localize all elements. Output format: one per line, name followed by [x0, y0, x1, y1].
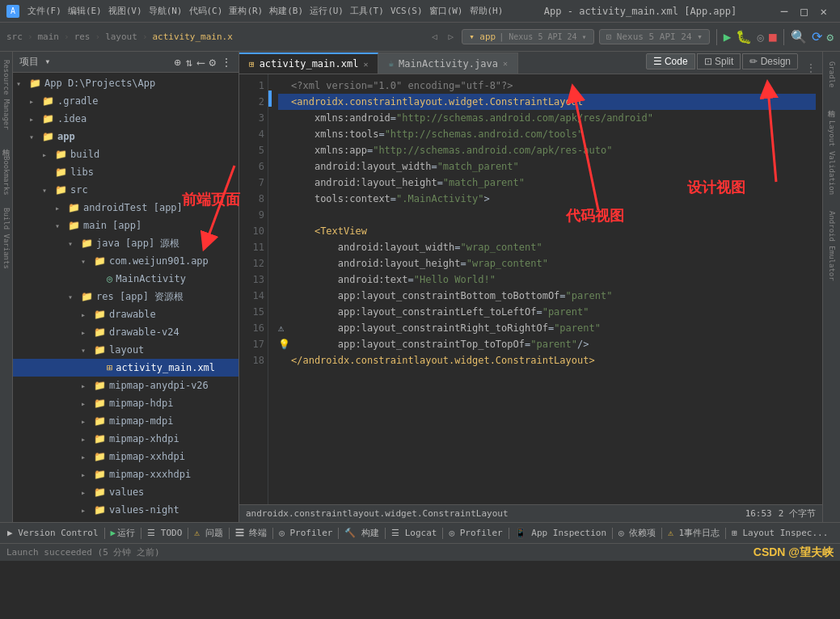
tree-drawable-v24-dir[interactable]: ▸ 📁 drawable-v24: [13, 323, 238, 341]
tree-build-dir[interactable]: ▸ 📁 build: [13, 145, 238, 163]
android-emulator-tab[interactable]: Android Emulator: [827, 204, 837, 288]
split-view-btn[interactable]: ⊡ Split: [697, 53, 741, 69]
code-view-btn[interactable]: ☰ Code: [646, 53, 695, 69]
tree-activity-main-xml[interactable]: ▸ ⊞ activity_main.xml: [13, 359, 238, 377]
run-bottom-btn[interactable]: ▶ 运行: [107, 525, 140, 541]
build-variants-tab[interactable]: Build Variants: [2, 203, 11, 274]
tree-mipmap-xxxhdpi-dir[interactable]: ▸ 📁 mipmap-xxxhdpi: [13, 465, 238, 483]
tab-close-mainactivity[interactable]: ✕: [503, 59, 508, 68]
terminal-btn[interactable]: ☰ 终端: [231, 525, 272, 541]
tree-androidmanifest[interactable]: ▸ 🤖 AndroidManifest.xml: [13, 519, 238, 522]
tree-app-dir[interactable]: ▾ 📁 app: [13, 128, 238, 145]
code-line-15: app:layout_constraintLeft_toLeftOf="pare…: [278, 304, 816, 320]
logcat-btn[interactable]: ☰ Logcat: [387, 526, 441, 540]
right-sidebar: Gradle 结构 Layout Validation Android Emul…: [822, 52, 840, 522]
tree-gradle-dir[interactable]: ▸ 📁 .gradle: [13, 92, 238, 110]
menu-tools[interactable]: 工具(T): [347, 5, 387, 17]
debug-button[interactable]: 🐛: [736, 29, 752, 44]
app-inspection-btn[interactable]: 📱 App Inspection: [511, 526, 610, 540]
settings-button[interactable]: ⚙: [827, 31, 834, 44]
menu-navigate[interactable]: 导航(N): [146, 5, 186, 17]
menu-file[interactable]: 文件(F): [24, 5, 65, 17]
panel-sync-btn[interactable]: ⇅: [186, 56, 192, 69]
minimize-button[interactable]: ─: [775, 5, 794, 18]
tree-mipmap-anydpi-dir[interactable]: ▸ 📁 mipmap-anydpi-v26: [13, 377, 238, 394]
tab-activity-main-xml[interactable]: ⊞ activity_main.xml ✕: [239, 53, 378, 74]
tree-mipmap-mdpi-dir[interactable]: ▸ 📁 mipmap-mdpi: [13, 412, 238, 430]
code-line-7: android:layout_height="match_parent": [278, 175, 816, 191]
toolbar-btn-back[interactable]: ◁: [428, 30, 441, 44]
tab-close-activity-main[interactable]: ✕: [363, 60, 368, 69]
run-config-dropdown[interactable]: ▾ app | Nexus 5 API 24 ▾: [462, 29, 594, 44]
version-control-btn[interactable]: ▶ Version Control: [3, 526, 103, 540]
tree-values-night-dir[interactable]: ▸ 📁 values-night: [13, 501, 238, 519]
device-dropdown[interactable]: ⊡ Nexus 5 API 24 ▾: [599, 29, 710, 44]
tree-root[interactable]: ▾ 📁 App D:\Projects\App: [13, 74, 238, 92]
bookmarks-tab[interactable]: Bookmarks: [2, 151, 11, 200]
breadcrumb-layout[interactable]: layout: [105, 32, 137, 42]
profiler-btn[interactable]: ◎ Profiler: [275, 526, 336, 540]
menu-code[interactable]: 代码(C): [186, 5, 226, 17]
search-button[interactable]: 🔍: [791, 29, 807, 44]
structure-tab-left[interactable]: 结构: [0, 138, 12, 148]
build-btn[interactable]: 🔨 构建: [340, 525, 383, 541]
tree-main-dir[interactable]: ▾ 📁 main [app]: [13, 217, 238, 234]
maximize-button[interactable]: □: [794, 5, 813, 18]
resource-manager-tab[interactable]: Resource Manager: [2, 55, 11, 135]
panel-collapse-btn[interactable]: ⟵: [197, 56, 204, 69]
status-position: 16:53: [745, 508, 772, 519]
tab-more-btn[interactable]: ⋮: [800, 62, 822, 74]
close-button[interactable]: ✕: [814, 5, 834, 18]
panel-header-label[interactable]: 项目 ▾: [19, 55, 50, 69]
layout-inspect-btn[interactable]: ⊞ Layout Inspec...: [728, 526, 832, 540]
layout-validation-tab[interactable]: Layout Validation: [827, 114, 837, 201]
menu-edit[interactable]: 编辑(E): [65, 5, 105, 17]
menu-run[interactable]: 运行(U): [306, 5, 347, 17]
tree-mainactivity[interactable]: ▸ ◎ MainActivity: [13, 270, 238, 288]
menu-window[interactable]: 窗口(W): [426, 5, 466, 17]
tree-mipmap-xhdpi-dir[interactable]: ▸ 📁 mipmap-xhdpi: [13, 430, 238, 448]
event-log-btn[interactable]: ⚠ 1事件日志: [664, 525, 724, 541]
tree-java-dir[interactable]: ▾ 📁 java [app] 源根: [13, 234, 238, 252]
profile-button[interactable]: ◎: [757, 31, 763, 44]
panel-add-btn[interactable]: ⊕: [174, 56, 180, 69]
tree-mipmap-xxhdpi-dir[interactable]: ▸ 📁 mipmap-xxhdpi: [13, 448, 238, 465]
sync-button[interactable]: ▶: [724, 29, 732, 44]
problems-btn[interactable]: ⚠ 问题: [190, 525, 226, 541]
breadcrumb-file[interactable]: activity_main.x: [153, 32, 233, 42]
menu-refactor[interactable]: 重构(R): [226, 5, 266, 17]
launch-message: Launch succeeded (5 分钟 之前): [6, 546, 160, 558]
profiler2-btn[interactable]: ◎ Profiler: [445, 526, 506, 540]
tree-idea-dir[interactable]: ▸ 📁 .idea: [13, 110, 238, 128]
toolbar-btn-forward[interactable]: ▷: [445, 30, 458, 44]
tree-values-dir[interactable]: ▸ 📁 values: [13, 483, 238, 501]
menu-view[interactable]: 视图(V): [105, 5, 146, 17]
code-editor[interactable]: 1 2 3 4 5 6 7 8 9 10 11 12 13 14 15 16 1…: [239, 74, 822, 504]
panel-settings-btn[interactable]: ⚙: [209, 56, 216, 69]
todo-btn[interactable]: ☰ TODO: [143, 526, 186, 540]
breadcrumb-res[interactable]: res: [74, 32, 91, 42]
menu-build[interactable]: 构建(B): [266, 5, 306, 17]
update-button[interactable]: ⟳: [812, 29, 822, 44]
gradle-tab[interactable]: Gradle: [827, 55, 837, 95]
code-content[interactable]: <?xml version="1.0" encoding="utf-8"?> <…: [272, 74, 822, 504]
tree-src-dir[interactable]: ▾ 📁 src: [13, 181, 238, 199]
menu-help[interactable]: 帮助(H): [466, 5, 507, 17]
code-line-16: ⚠ app:layout_constraintRight_toRightOf="…: [278, 320, 816, 336]
stop-button[interactable]: ■: [769, 29, 777, 44]
tree-res-dir[interactable]: ▾ 📁 res [app] 资源根: [13, 288, 238, 305]
tree-drawable-dir[interactable]: ▸ 📁 drawable: [13, 305, 238, 323]
panel-more-btn[interactable]: ⋮: [221, 56, 232, 69]
structure-tab-right[interactable]: 结构: [825, 98, 838, 111]
menu-vcs[interactable]: VCS(S): [387, 6, 426, 16]
tree-libs-dir[interactable]: ▸ 📁 libs: [13, 163, 238, 181]
breadcrumb-main[interactable]: main: [38, 32, 60, 42]
design-view-btn[interactable]: ✏ Design: [742, 53, 798, 69]
tab-mainactivity-java[interactable]: ☕ MainActivity.java ✕: [378, 53, 517, 74]
tree-layout-dir[interactable]: ▾ 📁 layout: [13, 341, 238, 359]
dependencies-btn[interactable]: ◎ 依赖项: [614, 525, 660, 541]
tree-androidtest-dir[interactable]: ▸ 📁 androidTest [app]: [13, 199, 238, 217]
tree-mipmap-hdpi-dir[interactable]: ▸ 📁 mipmap-hdpi: [13, 394, 238, 412]
tree-package-dir[interactable]: ▾ 📁 com.weijun901.app: [13, 252, 238, 270]
breadcrumb-src[interactable]: src: [6, 32, 23, 42]
